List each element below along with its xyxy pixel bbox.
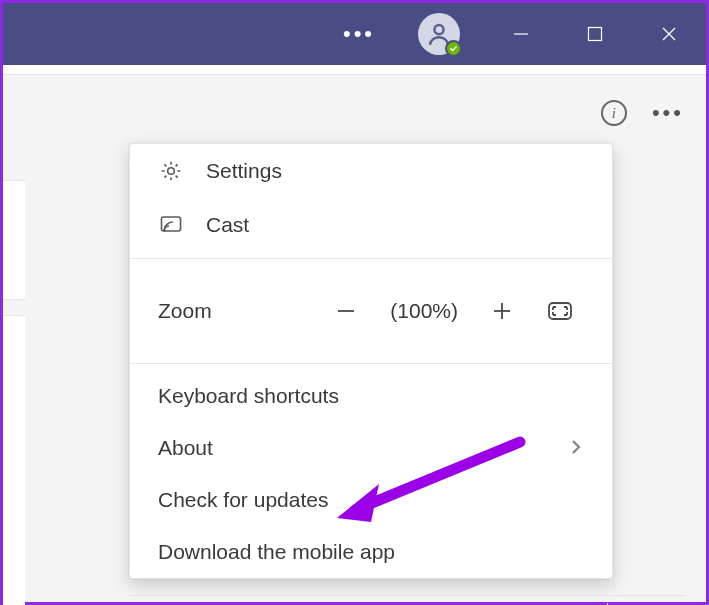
svg-point-7 <box>163 229 165 231</box>
title-bar: ••• <box>3 3 706 65</box>
settings-label: Settings <box>206 159 282 183</box>
content-sliver-2 <box>3 315 25 605</box>
fullscreen-button[interactable] <box>536 289 584 333</box>
keyboard-shortcuts-label: Keyboard shortcuts <box>158 384 339 408</box>
window-frame: ••• i ••• <box>0 0 709 605</box>
maximize-button[interactable] <box>572 3 618 65</box>
profile-button[interactable] <box>418 13 460 55</box>
content-sliver-1 <box>3 180 25 300</box>
cast-menu-item[interactable]: Cast <box>130 198 612 252</box>
about-menu-item[interactable]: About <box>130 422 612 474</box>
zoom-value: (100%) <box>380 299 468 323</box>
settings-menu-item[interactable]: Settings <box>130 144 612 198</box>
presence-available-icon <box>445 40 462 57</box>
menu-separator <box>130 363 612 364</box>
svg-rect-11 <box>549 303 571 319</box>
close-button[interactable] <box>646 3 692 65</box>
download-mobile-app-label: Download the mobile app <box>158 540 395 564</box>
check-for-updates-menu-item[interactable]: Check for updates <box>130 474 612 526</box>
svg-point-0 <box>434 25 443 34</box>
toolbar-more-button[interactable]: ••• <box>652 100 684 126</box>
chevron-right-icon <box>568 436 584 460</box>
check-for-updates-label: Check for updates <box>158 488 328 512</box>
more-options-button[interactable]: ••• <box>336 3 382 65</box>
toolbar-right: i ••• <box>601 100 684 126</box>
keyboard-shortcuts-menu-item[interactable]: Keyboard shortcuts <box>130 370 612 422</box>
zoom-label: Zoom <box>158 299 212 323</box>
zoom-row: Zoom (100%) <box>130 265 612 357</box>
panel-divider <box>129 595 686 596</box>
download-mobile-app-menu-item[interactable]: Download the mobile app <box>130 526 612 578</box>
svg-point-5 <box>168 168 175 175</box>
zoom-in-button[interactable] <box>478 289 526 333</box>
zoom-out-button[interactable] <box>322 289 370 333</box>
cast-label: Cast <box>206 213 249 237</box>
body-top-strip <box>3 65 706 75</box>
svg-rect-2 <box>589 28 602 41</box>
app-body: i ••• Settings Cast Zoom <box>3 65 706 602</box>
cast-icon <box>158 212 184 238</box>
about-label: About <box>158 436 213 460</box>
gear-icon <box>158 158 184 184</box>
minimize-button[interactable] <box>498 3 544 65</box>
menu-separator <box>130 258 612 259</box>
settings-and-more-menu: Settings Cast Zoom (100%) <box>129 143 613 579</box>
info-icon[interactable]: i <box>601 100 627 126</box>
